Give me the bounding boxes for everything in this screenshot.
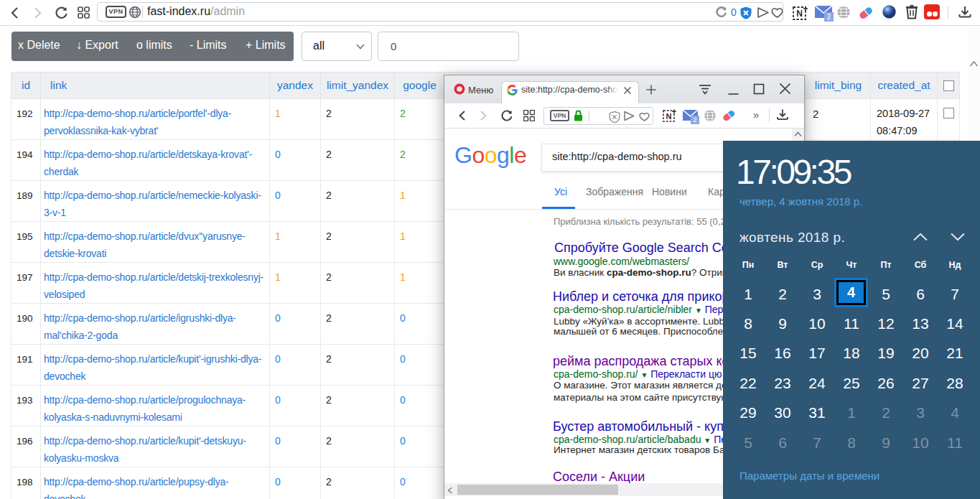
svg-text:N: N bbox=[796, 9, 803, 19]
svg-text:N: N bbox=[666, 112, 672, 121]
